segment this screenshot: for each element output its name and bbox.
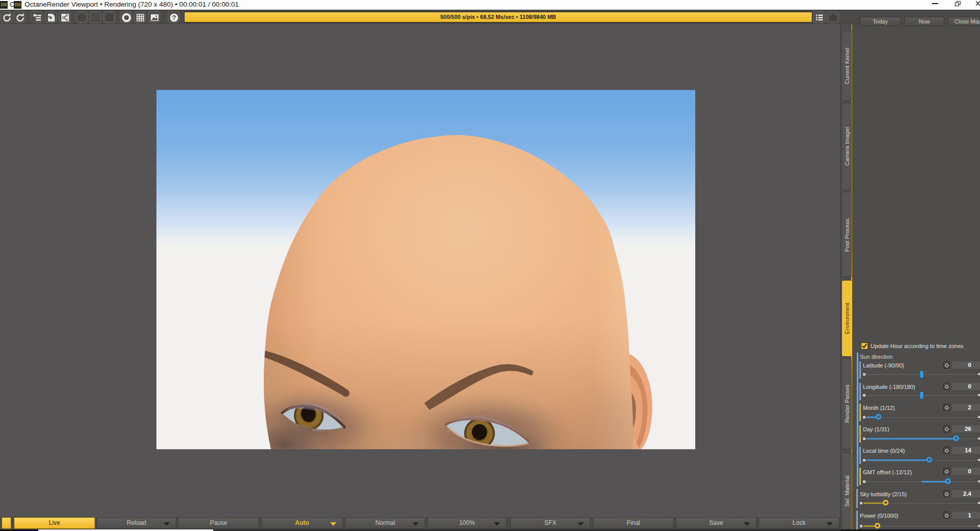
- svg-text:?: ?: [172, 14, 176, 21]
